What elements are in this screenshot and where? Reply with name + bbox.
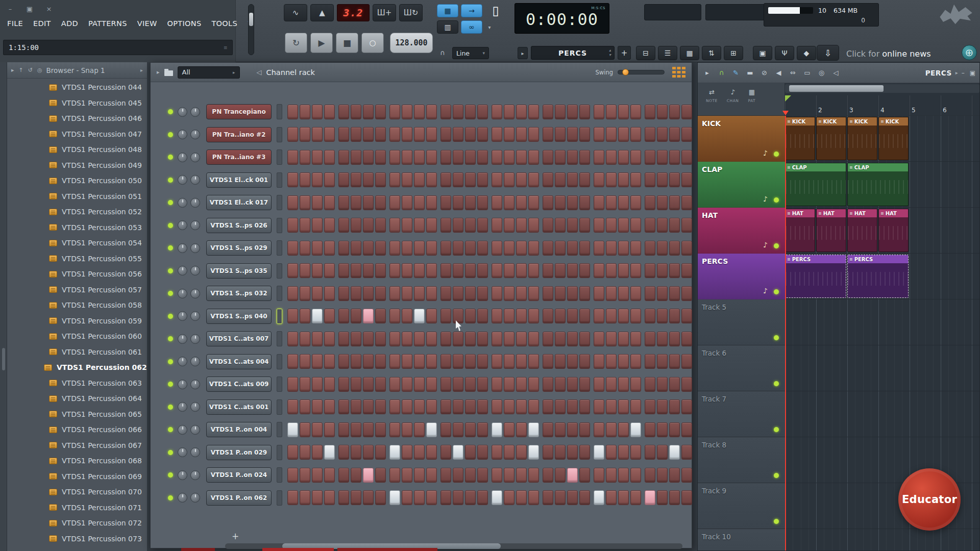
channel-button[interactable]: PN Tra..iano #3 [206,149,272,165]
note-mode[interactable]: ⇄NOTE [706,88,718,115]
step-cell[interactable] [300,263,310,278]
step-cell[interactable] [657,105,668,119]
step-cell[interactable] [555,468,566,483]
step-cell[interactable] [477,105,488,119]
channel-select-indicator[interactable] [277,331,282,346]
step-cell[interactable] [426,468,437,483]
track-led[interactable] [774,289,779,294]
step-cell[interactable] [440,172,451,187]
step-cell[interactable] [618,377,629,392]
step-cell[interactable] [681,286,692,301]
step-cell[interactable] [375,445,386,460]
step-cell[interactable] [363,354,374,369]
step-cell[interactable] [389,127,400,142]
step-cell[interactable] [528,490,539,505]
step-cell[interactable] [363,150,374,165]
step-cell[interactable] [504,218,514,233]
browser-item[interactable]: VTDS1 Percussion 045 [7,95,147,111]
step-cell[interactable] [300,150,310,165]
channel-select-indicator[interactable] [277,490,282,506]
browser-menu-icon[interactable]: ▸ [11,67,14,73]
tempo-display[interactable]: 128.000 [390,33,433,53]
channel-pan-knob[interactable] [178,470,187,480]
channel-mute-led[interactable] [168,109,173,114]
step-cell[interactable] [516,172,527,187]
step-cell[interactable] [579,218,590,233]
channel-pan-knob[interactable] [178,380,187,389]
step-cell[interactable] [504,286,514,301]
step-cell[interactable] [338,377,349,392]
step-cell[interactable] [477,468,488,483]
step-cell[interactable] [287,490,298,505]
step-cell[interactable] [453,241,463,256]
step-cell[interactable] [516,127,527,142]
collapse-handle[interactable] [2,348,5,370]
track-lane[interactable] [785,529,979,551]
step-cell[interactable] [477,172,488,187]
playlist-pattern-label[interactable]: PERCS [925,69,952,77]
step-cell[interactable] [440,105,451,119]
close-button[interactable]: × [44,4,54,13]
step-cell[interactable] [389,218,400,233]
playlist-view-icon[interactable]: ▦ [437,4,458,17]
step-cell[interactable] [477,286,488,301]
step-cell[interactable] [465,490,476,505]
menu-patterns[interactable]: PATTERNS [83,16,132,31]
step-cell[interactable] [669,468,680,483]
step-cell[interactable] [579,127,590,142]
tuning-fork-icon[interactable]: Ψ [775,46,794,60]
playlist-scrollbar-handle[interactable] [789,85,884,92]
step-cell[interactable] [402,490,412,505]
step-cell[interactable] [669,195,680,210]
step-cell[interactable] [630,150,641,165]
step-cell[interactable] [465,172,476,187]
channel-pan-knob[interactable] [178,243,187,253]
channel-button[interactable]: VTDS1 P..on 024 [206,467,272,483]
step-cell[interactable] [579,241,590,256]
channel-select-indicator[interactable] [277,399,282,415]
track-lane[interactable] [785,345,979,391]
track-led[interactable] [774,152,779,157]
step-cell[interactable] [324,150,335,165]
channel-volume-knob[interactable] [190,289,200,298]
channel-volume-knob[interactable] [190,311,200,321]
spinner-down-icon[interactable]: ▾ [609,53,611,57]
step-cell[interactable] [657,172,668,187]
channel-button[interactable]: VTDS1 C..ats 007 [206,331,272,346]
step-cell[interactable] [375,286,386,301]
step-cell[interactable] [579,490,590,505]
step-cell[interactable] [543,468,553,483]
step-note-toggle-icon[interactable] [672,67,685,78]
channel-mute-led[interactable] [168,336,173,341]
slip-tool-icon[interactable]: ⇔ [787,66,799,79]
step-cell[interactable] [440,150,451,165]
channel-select-indicator[interactable] [277,149,282,165]
browser-item[interactable]: VTDS1 Percussion 069 [7,469,147,485]
channel-select-indicator[interactable] [277,127,282,142]
step-cell[interactable] [453,445,463,460]
step-cell[interactable] [669,127,680,142]
step-cell[interactable] [287,468,298,483]
step-cell[interactable] [363,105,374,119]
step-cell[interactable] [594,286,604,301]
browser-expand-icon[interactable]: ▸ [140,67,143,73]
browser-item[interactable]: VTDS1 Percussion 055 [7,251,147,267]
menu-add[interactable]: ADD [56,16,83,31]
step-cell[interactable] [555,105,566,119]
channel-mute-led[interactable] [168,314,173,319]
step-cell[interactable] [312,422,323,437]
step-cell[interactable] [465,422,476,437]
step-cell[interactable] [465,286,476,301]
step-cell[interactable] [606,286,617,301]
step-cell[interactable] [504,377,514,392]
step-cell[interactable] [504,263,514,278]
step-cell[interactable] [426,127,437,142]
step-cell[interactable] [312,263,323,278]
playlist-scrollbar[interactable] [785,84,979,93]
step-cell[interactable] [492,241,502,256]
channel-pan-knob[interactable] [178,447,187,457]
step-cell[interactable] [555,309,566,323]
pattern-spinner[interactable]: ▴▾ [609,48,611,57]
step-cell[interactable] [657,241,668,256]
step-cell[interactable] [645,218,655,233]
